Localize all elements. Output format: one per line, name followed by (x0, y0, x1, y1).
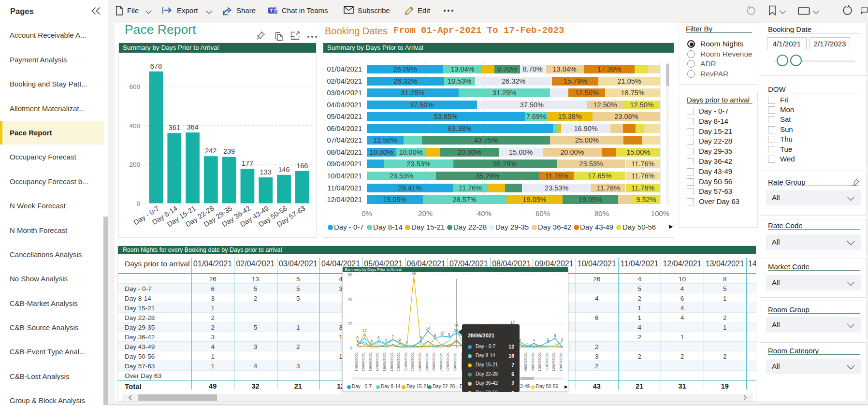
svg-text:0: 0 (136, 200, 140, 207)
svg-text:4: 4 (385, 338, 387, 343)
svg-text:40: 40 (348, 297, 353, 302)
svg-text:22/06/2021: 22/06/2021 (410, 352, 415, 372)
svg-text:133: 133 (260, 168, 272, 176)
svg-text:166: 166 (296, 162, 308, 170)
svg-text:0: 0 (350, 346, 352, 350)
svg-text:12: 12 (362, 328, 367, 333)
svg-text:08/07/2021: 08/07/2021 (523, 352, 528, 372)
svg-text:5: 5 (561, 337, 564, 342)
svg-text:27/06/2021: 27/06/2021 (446, 352, 450, 372)
svg-text:9: 9 (420, 335, 422, 340)
svg-text:11/07/2021: 11/07/2021 (545, 352, 549, 371)
svg-text:19/06/2021: 19/06/2021 (390, 352, 394, 372)
svg-text:9: 9 (448, 332, 450, 337)
svg-text:23/06/2021: 23/06/2021 (418, 352, 422, 372)
svg-text:21/06/2021: 21/06/2021 (404, 352, 408, 372)
svg-text:12/07/2021: 12/07/2021 (551, 352, 556, 372)
svg-text:6: 6 (377, 335, 380, 340)
svg-text:28/06/2021: 28/06/2021 (453, 352, 457, 372)
svg-text:3: 3 (370, 339, 373, 344)
svg-text:5: 5 (399, 337, 401, 342)
svg-text:60: 60 (348, 272, 353, 277)
svg-text:364: 364 (187, 123, 198, 131)
svg-text:400: 400 (129, 122, 140, 130)
svg-text:600: 600 (129, 83, 140, 90)
svg-text:20/06/2021: 20/06/2021 (396, 352, 401, 372)
svg-text:361: 361 (169, 124, 180, 131)
svg-text:10: 10 (440, 331, 445, 335)
svg-text:20: 20 (348, 321, 353, 326)
svg-text:146: 146 (278, 166, 289, 174)
svg-text:4: 4 (533, 338, 535, 343)
svg-text:15/06/2021: 15/06/2021 (361, 352, 365, 372)
svg-text:25/06/2021: 25/06/2021 (432, 352, 436, 372)
svg-text:16: 16 (454, 323, 459, 328)
svg-text:10/07/2021: 10/07/2021 (537, 352, 542, 372)
svg-text:200: 200 (129, 161, 140, 168)
svg-text:5: 5 (547, 337, 549, 342)
svg-text:16/06/2021: 16/06/2021 (368, 352, 373, 372)
svg-text:14/06/2021: 14/06/2021 (354, 352, 359, 372)
svg-text:59: 59 (412, 272, 417, 276)
svg-text:239: 239 (223, 147, 235, 155)
svg-text:7: 7 (391, 334, 394, 339)
svg-text:17/06/2021: 17/06/2021 (375, 352, 379, 372)
svg-text:13/07/2021: 13/07/2021 (559, 352, 563, 372)
svg-text:14: 14 (426, 326, 431, 331)
svg-text:8: 8 (434, 333, 436, 338)
svg-text:3: 3 (356, 339, 359, 344)
svg-text:24/06/2021: 24/06/2021 (425, 352, 429, 372)
svg-text:26/06/2021: 26/06/2021 (439, 352, 443, 372)
svg-text:242: 242 (205, 147, 217, 155)
svg-text:7: 7 (363, 333, 366, 338)
svg-text:678: 678 (150, 62, 162, 70)
svg-text:09/07/2021: 09/07/2021 (531, 352, 535, 372)
svg-text:177: 177 (242, 160, 253, 167)
svg-text:2: 2 (405, 340, 408, 345)
svg-text:8: 8 (554, 333, 556, 338)
svg-text:18/06/2021: 18/06/2021 (382, 352, 387, 372)
